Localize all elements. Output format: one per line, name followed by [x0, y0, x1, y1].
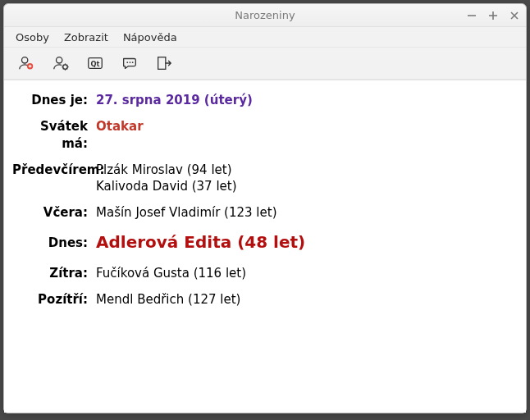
svg-text:Qt: Qt	[91, 60, 100, 68]
label-nameday: Svátek má:	[12, 118, 96, 152]
exit-button[interactable]	[152, 51, 176, 75]
minimize-button[interactable]	[465, 9, 478, 22]
speech-bubble-icon	[121, 54, 139, 72]
menu-help[interactable]: Nápověda	[117, 30, 184, 45]
about-button[interactable]	[117, 51, 142, 75]
svg-line-15	[63, 65, 64, 66]
person-settings-icon	[52, 54, 70, 72]
label-today-date: Dnes je:	[12, 92, 96, 108]
toolbar: Qt	[4, 47, 526, 80]
dby-person-2: Kalivoda David (37 let)	[96, 178, 511, 194]
svg-line-16	[66, 68, 67, 69]
label-yesterday: Včera:	[12, 204, 96, 221]
add-person-button[interactable]	[14, 51, 39, 75]
person-settings-button[interactable]	[48, 51, 73, 75]
label-day-before-yesterday: Předevčírem:	[12, 162, 96, 178]
row-tomorrow: Zítra: Fučíková Gusta (116 let)	[12, 265, 511, 281]
menu-persons[interactable]: Osoby	[9, 30, 56, 45]
window-controls	[465, 4, 521, 27]
svg-point-5	[22, 57, 28, 63]
about-qt-button[interactable]: Qt	[83, 51, 107, 75]
row-yesterday: Včera: Mašín Josef Vladimír (123 let)	[12, 204, 511, 221]
svg-line-18	[63, 68, 64, 69]
content-area: Dnes je: 27. srpna 2019 (úterý) Svátek m…	[4, 80, 526, 413]
add-person-icon	[17, 54, 35, 72]
maximize-button[interactable]	[487, 9, 500, 22]
value-today-birthday: Adlerová Edita (48 let)	[96, 231, 511, 253]
row-nameday: Svátek má: Otakar	[12, 118, 511, 152]
svg-point-23	[132, 62, 134, 63]
titlebar: Narozeniny	[4, 4, 526, 27]
dby-person-1: Plzák Miroslav (94 let)	[96, 162, 511, 178]
qt-about-icon: Qt	[86, 54, 104, 72]
value-yesterday: Mašín Josef Vladimír (123 let)	[96, 204, 511, 221]
label-day-after-tomorrow: Pozítří:	[12, 291, 96, 308]
svg-point-21	[126, 62, 128, 63]
svg-rect-24	[158, 57, 166, 70]
value-tomorrow: Fučíková Gusta (116 let)	[96, 265, 511, 281]
menubar: Osoby Zobrazit Nápověda	[4, 27, 526, 47]
label-today-birthday: Dnes:	[12, 231, 96, 251]
app-window: Narozeniny Osoby Zobrazit Nápověda	[3, 3, 527, 413]
row-day-before-yesterday: Předevčírem: Plzák Miroslav (94 let) Kal…	[12, 162, 511, 195]
value-today-date: 27. srpna 2019 (úterý)	[96, 92, 511, 108]
label-tomorrow: Zítra:	[12, 265, 96, 281]
value-nameday: Otakar	[96, 118, 511, 135]
value-day-before-yesterday: Plzák Miroslav (94 let) Kalivoda David (…	[96, 162, 511, 195]
row-today-birthday: Dnes: Adlerová Edita (48 let)	[12, 231, 511, 253]
exit-icon	[155, 54, 173, 72]
row-day-after-tomorrow: Pozítří: Mendl Bedřich (127 let)	[12, 291, 511, 308]
row-today-date: Dnes je: 27. srpna 2019 (úterý)	[12, 92, 511, 108]
value-day-after-tomorrow: Mendl Bedřich (127 let)	[96, 291, 511, 308]
svg-line-17	[66, 65, 67, 66]
svg-point-9	[57, 57, 62, 63]
menu-view[interactable]: Zobrazit	[57, 30, 115, 45]
svg-point-22	[130, 62, 131, 63]
window-title: Narozeniny	[235, 9, 295, 21]
close-button[interactable]	[508, 9, 521, 22]
